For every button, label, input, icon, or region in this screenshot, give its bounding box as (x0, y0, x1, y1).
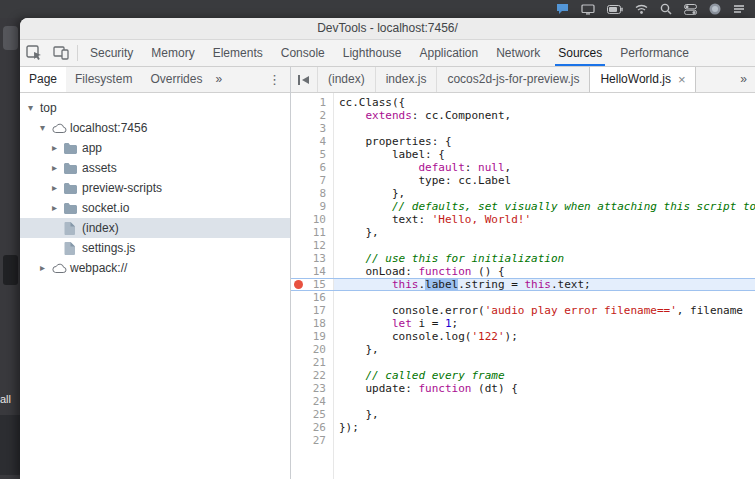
display-icon[interactable] (581, 4, 595, 15)
chevron-right-icon[interactable]: ▸ (52, 178, 64, 198)
line-number[interactable]: 17 (291, 304, 334, 317)
hide-navigator-icon[interactable] (291, 67, 318, 92)
line-number[interactable]: 6 (291, 161, 334, 174)
notification-center-icon[interactable] (733, 4, 745, 14)
chevron-right-icon[interactable]: ▸ (52, 158, 64, 178)
tab-memory[interactable]: Memory (142, 40, 203, 66)
editor-tab-cocos2d[interactable]: cocos2d-js-for-preview.js (437, 67, 590, 92)
line-number[interactable]: 14 (291, 265, 334, 278)
line-number[interactable]: 5 (291, 148, 334, 161)
code-text[interactable] (334, 395, 755, 408)
tree-item-top[interactable]: ▾ top (20, 98, 290, 118)
line-number[interactable]: 22 (291, 369, 334, 382)
navigator-menu-icon[interactable]: ⋮ (259, 67, 290, 92)
line-number[interactable]: 27 (291, 434, 334, 447)
wifi-icon[interactable] (635, 4, 648, 14)
editor-tab-index-js[interactable]: index.js (376, 67, 438, 92)
code-text[interactable]: label: { (334, 148, 755, 161)
editor-tab-helloworld[interactable]: HelloWorld.js × (590, 67, 696, 92)
line-number[interactable]: 4 (291, 135, 334, 148)
code-text[interactable]: extends: cc.Component, (334, 109, 755, 122)
code-text[interactable] (334, 239, 755, 252)
tab-filesystem[interactable]: Filesystem (66, 67, 141, 92)
line-number[interactable]: 10 (291, 213, 334, 226)
tab-page[interactable]: Page (20, 67, 66, 92)
window-titlebar[interactable]: DevTools - localhost:7456/ (20, 18, 755, 40)
code-text[interactable] (334, 291, 755, 304)
battery-icon[interactable] (607, 5, 623, 14)
line-number[interactable]: 16 (291, 291, 334, 304)
line-number[interactable]: 26 (291, 421, 334, 434)
tree-item-localhost[interactable]: ▾ localhost:7456 (20, 118, 290, 138)
line-number[interactable]: 21 (291, 356, 334, 369)
line-number[interactable]: 3 (291, 122, 334, 135)
tab-overrides[interactable]: Overrides (141, 67, 211, 92)
tab-console[interactable]: Console (272, 40, 334, 66)
tab-lighthouse[interactable]: Lighthouse (334, 40, 411, 66)
code-editor[interactable]: 1cc.Class({2 extends: cc.Component,34 pr… (291, 93, 755, 479)
more-tabs-icon[interactable]: » (211, 67, 226, 92)
line-number[interactable]: 15 (291, 278, 334, 291)
code-text[interactable]: this.label.string = this.text; (334, 278, 755, 291)
tree-item-settings-js[interactable]: settings.js (20, 238, 290, 258)
code-text[interactable]: }, (334, 343, 755, 356)
line-number[interactable]: 8 (291, 187, 334, 200)
tab-network[interactable]: Network (487, 40, 549, 66)
tree-item-assets[interactable]: ▸ assets (20, 158, 290, 178)
code-text[interactable]: // defaults, set visually when attaching… (334, 200, 755, 213)
code-text[interactable]: properties: { (334, 135, 755, 148)
editor-tab-index[interactable]: (index) (318, 67, 376, 92)
code-text[interactable]: }, (334, 408, 755, 421)
tree-item-socket-io[interactable]: ▸ socket.io (20, 198, 290, 218)
tree-item-index[interactable]: (index) (20, 218, 290, 238)
line-number[interactable]: 2 (291, 109, 334, 122)
siri-icon[interactable] (709, 3, 721, 15)
line-number[interactable]: 19 (291, 330, 334, 343)
more-editor-tabs-icon[interactable]: » (732, 67, 755, 92)
tree-item-preview-scripts[interactable]: ▸ preview-scripts (20, 178, 290, 198)
line-number[interactable]: 1 (291, 96, 334, 109)
code-text[interactable]: // called every frame (334, 369, 755, 382)
tab-elements[interactable]: Elements (204, 40, 272, 66)
line-number[interactable]: 9 (291, 200, 334, 213)
line-number[interactable]: 11 (291, 226, 334, 239)
breakpoint-marker[interactable] (294, 280, 303, 289)
inspect-element-icon[interactable] (20, 40, 47, 66)
code-text[interactable]: }); (334, 421, 755, 434)
code-text[interactable] (334, 122, 755, 135)
tab-sources[interactable]: Sources (549, 40, 611, 66)
tab-performance[interactable]: Performance (611, 40, 698, 66)
code-text[interactable]: // use this for initialization (334, 252, 755, 265)
code-text[interactable] (334, 434, 755, 447)
chevron-right-icon[interactable]: ▸ (40, 258, 52, 278)
code-text[interactable]: text: 'Hello, World!' (334, 213, 755, 226)
line-number[interactable]: 23 (291, 382, 334, 395)
chat-icon[interactable] (556, 3, 569, 15)
line-number[interactable]: 24 (291, 395, 334, 408)
line-number[interactable]: 18 (291, 317, 334, 330)
chevron-down-icon[interactable]: ▾ (40, 118, 52, 138)
tab-security[interactable]: Security (81, 40, 142, 66)
line-number[interactable]: 13 (291, 252, 334, 265)
line-number[interactable]: 7 (291, 174, 334, 187)
tree-item-webpack[interactable]: ▸ webpack:// (20, 258, 290, 278)
code-text[interactable]: cc.Class({ (334, 96, 755, 109)
tab-application[interactable]: Application (410, 40, 487, 66)
code-text[interactable] (334, 356, 755, 369)
close-tab-icon[interactable]: × (678, 73, 686, 86)
chevron-right-icon[interactable]: ▸ (52, 198, 64, 218)
device-toolbar-icon[interactable] (47, 40, 74, 66)
code-text[interactable]: default: null, (334, 161, 755, 174)
tree-item-app[interactable]: ▸ app (20, 138, 290, 158)
code-text[interactable]: }, (334, 226, 755, 239)
code-text[interactable]: onLoad: function () { (334, 265, 755, 278)
chevron-down-icon[interactable]: ▾ (28, 98, 40, 118)
chevron-right-icon[interactable]: ▸ (52, 138, 64, 158)
code-text[interactable]: }, (334, 187, 755, 200)
control-center-icon[interactable] (684, 4, 697, 15)
line-number[interactable]: 25 (291, 408, 334, 421)
code-text[interactable]: type: cc.Label (334, 174, 755, 187)
search-icon[interactable] (660, 3, 672, 15)
line-number[interactable]: 20 (291, 343, 334, 356)
code-text[interactable]: console.error('audio play error filename… (334, 304, 755, 317)
